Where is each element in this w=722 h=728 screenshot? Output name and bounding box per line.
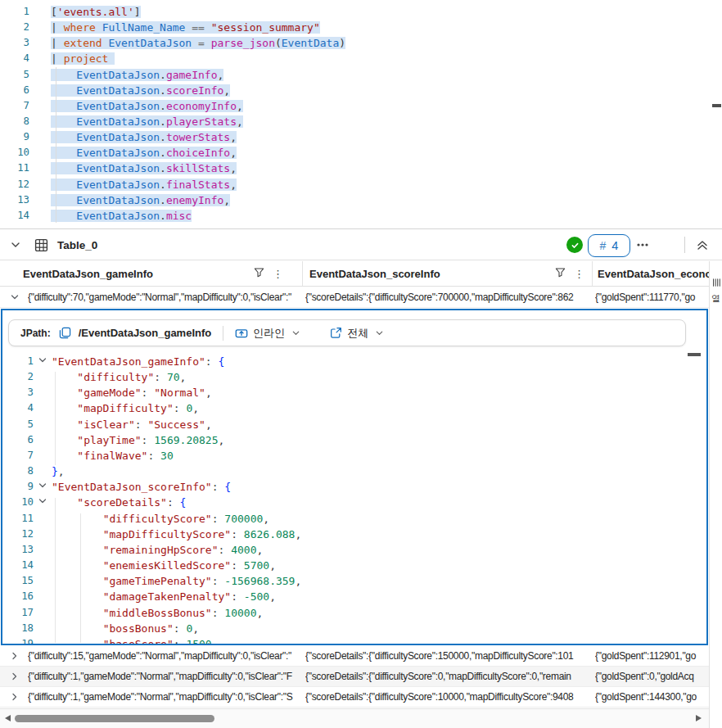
chevron-right-icon[interactable] <box>10 692 20 704</box>
filter-icon[interactable] <box>555 266 566 281</box>
table-cell[interactable]: {"goldSpent":144300,"go <box>595 687 707 707</box>
table-title[interactable]: Table_0 <box>57 230 97 260</box>
query-line[interactable]: 8 EventDataJson.playerStats, <box>0 114 722 129</box>
chevron-down-icon[interactable] <box>10 230 21 260</box>
json-scrollbar-thumb[interactable] <box>688 353 701 356</box>
query-line[interactable]: 6 EventDataJson.scoreInfo, <box>0 83 722 98</box>
table-cell[interactable]: {"scoreDetails":{"difficultyScore":10000… <box>305 687 589 707</box>
token: "baseScore" <box>103 638 174 644</box>
token: , <box>295 575 301 587</box>
query-line[interactable]: 4| project <box>0 51 722 66</box>
table-cell[interactable]: {"goldSpent":111770,"go <box>595 287 707 307</box>
indent <box>52 622 103 635</box>
token: "bossBonus" <box>103 622 174 635</box>
json-line: 7 "finalWave": 30 <box>2 448 706 463</box>
query-line[interactable]: 11 EventDataJson.skillStats, <box>0 161 722 176</box>
line-number: 6 <box>0 83 29 98</box>
horizontal-scrollbar-thumb[interactable] <box>15 715 214 722</box>
token: playerStats <box>166 115 237 128</box>
token: , <box>230 131 237 143</box>
fold-chevron-icon[interactable] <box>34 495 52 510</box>
token: . <box>160 179 166 191</box>
table-cell[interactable]: {"scoreDetails":{"difficultyScore":0,"ma… <box>305 667 589 686</box>
columns-tool-tab[interactable]: 열 <box>710 278 722 305</box>
fold-chevron-icon[interactable] <box>34 479 52 495</box>
token <box>96 21 102 34</box>
chevron-down-icon[interactable] <box>10 292 20 305</box>
chevron-right-icon[interactable] <box>10 651 20 663</box>
token: . <box>160 131 166 143</box>
table-row[interactable]: {"difficulty":1,"gameMode":"Normal","map… <box>0 667 709 687</box>
query-line[interactable]: 1['events.all'] <box>0 4 722 20</box>
query-code: EventDataJson.economyInfo, <box>51 100 243 112</box>
token: project <box>64 52 109 65</box>
token: "session_summary" <box>211 21 320 34</box>
table-cell[interactable]: {"difficulty":15,"gameMode":"Normal","ma… <box>28 646 300 666</box>
indent <box>52 575 103 587</box>
token: . <box>160 115 166 128</box>
json-line: 12 "mapDifficultyScore": 8626.088, <box>2 527 706 542</box>
token: | <box>51 37 64 49</box>
table-cell[interactable]: {"goldSpent":112901,"go <box>595 646 707 666</box>
line-number: 2 <box>0 20 29 35</box>
table-cell[interactable]: {"difficulty":70,"gameMode":"Normal","ma… <box>28 287 300 307</box>
full-view-dropdown[interactable]: 전체 <box>330 326 384 341</box>
json-code: "gameMode": "Normal", <box>52 387 212 399</box>
query-line[interactable]: 10 EventDataJson.choiceInfo, <box>0 145 722 161</box>
token: 1569.20825 <box>154 434 218 446</box>
column-header-scoreinfo[interactable]: EventDataJson_scoreInfo <box>303 261 593 286</box>
token: EventData <box>282 37 339 49</box>
column-menu-icon[interactable]: ⋮ <box>273 269 283 279</box>
query-editor[interactable]: 1['events.all']2| where FullName_Name ==… <box>0 0 722 229</box>
table-row[interactable]: {"difficulty":70,"gameMode":"Normal","ma… <box>0 287 709 308</box>
inline-view-dropdown[interactable]: 인라인 <box>235 326 300 341</box>
query-line[interactable]: 12 EventDataJson.finalStats, <box>0 177 722 192</box>
row-count-badge[interactable]: # 4 <box>588 234 630 257</box>
query-code: EventDataJson.playerStats, <box>51 115 243 128</box>
columns-tab-label: 열 <box>711 292 720 305</box>
table-cell[interactable]: {"goldSpent":0,"goldAcq <box>595 667 707 686</box>
column-header-economyinfo[interactable]: EventDataJson_econom <box>593 261 709 286</box>
table-cell[interactable]: {"scoreDetails":{"difficultyScore":15000… <box>305 646 589 666</box>
query-line[interactable]: 9 EventDataJson.towerStats, <box>0 129 722 145</box>
collapse-panel-button[interactable] <box>696 230 709 260</box>
table-cell[interactable]: {"scoreDetails":{"difficultyScore":70000… <box>305 287 589 307</box>
inline-view-label: 인라인 <box>253 326 285 341</box>
query-line[interactable]: 2| where FullName_Name == "session_summa… <box>0 20 722 35</box>
query-code: EventDataJson.choiceInfo, <box>51 147 237 159</box>
jpath-value[interactable]: /EventDataJson_gameInfo <box>79 327 212 339</box>
horizontal-scrollbar[interactable] <box>0 708 709 728</box>
token: EventDataJson <box>108 37 192 49</box>
query-line[interactable]: 14 EventDataJson.misc <box>0 208 722 224</box>
column-menu-icon[interactable]: ⋮ <box>574 269 584 279</box>
line-number: 19 <box>2 636 34 644</box>
token: , <box>263 513 269 525</box>
results-toolbar: Table_0 # 4 <box>0 230 722 260</box>
json-line: 6 "playTime": 1569.20825, <box>2 432 706 448</box>
fold-chevron-icon[interactable] <box>34 354 52 369</box>
table-cell[interactable]: {"difficulty":1,"gameMode":"Normal","map… <box>28 687 300 707</box>
query-line[interactable]: 3| extend EventDataJson = parse_json(Eve… <box>0 35 722 51</box>
scroll-right-arrow[interactable] <box>696 715 702 721</box>
json-viewer[interactable]: 1"EventDataJson_gameInfo": {2 "difficult… <box>2 352 706 644</box>
table-cell[interactable]: {"difficulty":1,"gameMode":"Normal","map… <box>28 667 300 686</box>
filter-icon[interactable] <box>254 266 264 281</box>
query-line[interactable]: 5 EventDataJson.gameInfo, <box>0 67 722 83</box>
table-row[interactable]: {"difficulty":15,"gameMode":"Normal","ma… <box>0 646 709 667</box>
chevron-right-icon[interactable] <box>10 671 20 684</box>
copy-icon[interactable] <box>59 327 71 339</box>
editor-scrollbar-thumb[interactable] <box>712 104 721 107</box>
token <box>51 131 76 143</box>
token: "mapDifficultyScore" <box>103 528 232 540</box>
indent-guide <box>55 372 56 465</box>
token: , <box>256 607 263 619</box>
table-row[interactable]: {"difficulty":1,"gameMode":"Normal","map… <box>0 687 709 708</box>
more-options-button[interactable] <box>635 230 650 260</box>
query-line[interactable]: 13 EventDataJson.enemyInfo, <box>0 192 722 208</box>
token: : <box>167 496 180 509</box>
scroll-left-arrow[interactable] <box>5 715 11 721</box>
chevron-down-icon <box>375 328 384 337</box>
token: 1500 <box>186 638 211 644</box>
selection-highlight: EventDataJson.playerStats, <box>51 115 243 128</box>
query-line[interactable]: 7 EventDataJson.economyInfo, <box>0 98 722 114</box>
